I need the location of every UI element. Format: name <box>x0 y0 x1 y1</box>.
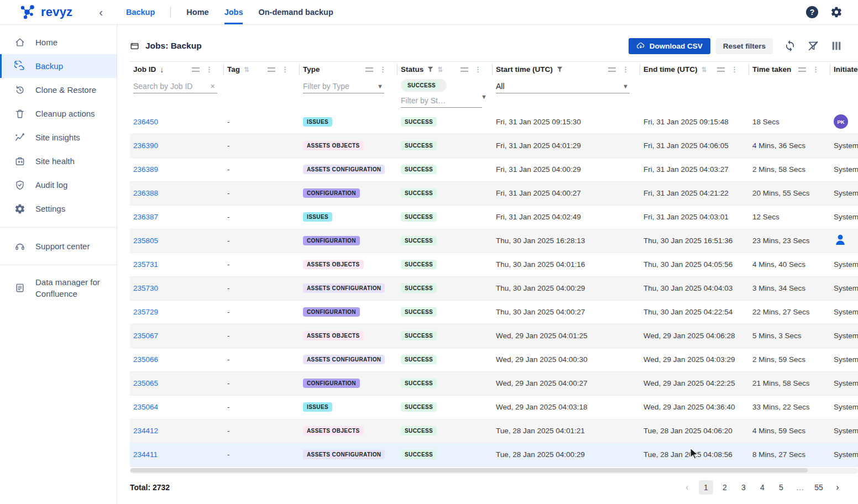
column-menu-icon[interactable]: ⋮ <box>379 66 386 73</box>
tab-jobs[interactable]: Jobs <box>224 0 243 24</box>
page-button-1[interactable]: 1 <box>699 480 713 495</box>
job-id-link[interactable]: 234412 <box>133 427 158 435</box>
table-row[interactable]: 235064 - ISSUES SUCCESS Wed, 29 Jan 2025… <box>130 395 858 419</box>
download-csv-button[interactable]: Download CSV <box>629 38 710 54</box>
page-button-2[interactable]: 2 <box>718 480 732 495</box>
column-header-type[interactable]: Type ⋮ <box>300 62 397 77</box>
table-row[interactable]: 236390 - ASSETS OBJECTS SUCCESS Fri, 31 … <box>130 134 858 158</box>
job-id-link[interactable]: 235065 <box>133 379 158 387</box>
nav-backup-link[interactable]: Backup <box>126 0 155 24</box>
column-header-start-time[interactable]: Start time (UTC) ⋮ <box>493 62 640 77</box>
initiator-avatar[interactable]: PK <box>834 114 848 129</box>
type-filter-dropdown[interactable]: Filter by Type ▼ <box>303 79 384 93</box>
sort-icon[interactable]: ⇅ <box>244 66 249 74</box>
column-menu-icon[interactable]: ⋮ <box>474 66 482 73</box>
column-header-time-taken[interactable]: Time taken ⋮ <box>749 62 830 77</box>
column-drag-handle[interactable] <box>608 67 616 72</box>
tab-on-demand-backup[interactable]: On-demand backup <box>258 0 333 24</box>
column-menu-icon[interactable]: ⋮ <box>812 66 819 73</box>
column-menu-icon[interactable]: ⋮ <box>206 66 213 73</box>
tab-home[interactable]: Home <box>186 0 208 24</box>
column-menu-icon[interactable]: ⋮ <box>281 66 289 73</box>
table-row[interactable]: 235067 - ASSETS OBJECTS SUCCESS Wed, 29 … <box>130 324 858 348</box>
page-button-5[interactable]: 5 <box>774 480 788 495</box>
column-drag-handle[interactable] <box>461 67 468 72</box>
column-drag-handle[interactable] <box>268 67 275 72</box>
table-row[interactable]: 236389 - ASSETS CONFIGURATION SUCCESS Fr… <box>130 158 858 181</box>
chevron-down-icon[interactable]: ▼ <box>621 83 630 90</box>
column-drag-handle[interactable] <box>192 67 200 72</box>
table-row[interactable]: 235066 - ASSETS CONFIGURATION SUCCESS We… <box>130 348 858 371</box>
job-id-link[interactable]: 235067 <box>133 332 158 340</box>
page-button-4[interactable]: 4 <box>755 480 770 495</box>
sidebar-item-cleanup-actions[interactable]: Cleanup actions <box>0 102 117 125</box>
sort-icon[interactable]: ⇅ <box>437 66 443 74</box>
sidebar-item-audit-log[interactable]: Audit log <box>0 173 117 197</box>
page-button-55[interactable]: 55 <box>812 480 826 495</box>
sidebar-item-support-center[interactable]: Support center <box>0 234 117 258</box>
column-drag-handle[interactable] <box>798 67 806 72</box>
sidebar-collapse-button[interactable]: ‹ <box>99 0 103 24</box>
table-row[interactable]: 235065 - CONFIGURATION SUCCESS Wed, 29 J… <box>130 371 858 395</box>
job-id-link[interactable]: 236450 <box>133 118 158 126</box>
column-header-tag[interactable]: Tag⇅ ⋮ <box>224 62 300 77</box>
job-id-link[interactable]: 235729 <box>133 308 158 316</box>
sidebar-item-site-health[interactable]: Site health <box>0 149 117 173</box>
column-drag-handle[interactable] <box>365 67 373 72</box>
job-id-link[interactable]: 234411 <box>133 450 158 459</box>
table-row[interactable]: 234411 - ASSETS CONFIGURATION SUCCESS Tu… <box>130 443 858 466</box>
reset-filters-button[interactable]: Reset filters <box>716 38 773 54</box>
sidebar-item-home[interactable]: Home <box>0 30 117 54</box>
column-header-end-time[interactable]: End time (UTC)⇅ ⋮ <box>640 62 749 77</box>
horizontal-scrollbar[interactable] <box>130 468 858 474</box>
help-icon[interactable]: ? <box>806 6 818 18</box>
status-filter-chip[interactable]: SUCCESS <box>401 79 447 92</box>
chevron-down-icon[interactable]: ▼ <box>376 83 384 90</box>
table-row[interactable]: 235731 - ASSETS OBJECTS SUCCESS Thu, 30 … <box>130 253 858 276</box>
sidebar-item-site-insights[interactable]: Site insights <box>0 125 117 149</box>
refresh-icon[interactable] <box>784 40 796 52</box>
clear-icon[interactable]: × <box>208 81 217 91</box>
column-header-initiated-by[interactable]: Initiated by <box>830 62 858 77</box>
status-filter-input[interactable]: Filter by St… <box>401 93 482 108</box>
sidebar-item-clone-restore[interactable]: Clone & Restore <box>0 78 117 102</box>
table-row[interactable]: 236387 - ISSUES SUCCESS Fri, 31 Jan 2025… <box>130 205 858 229</box>
column-drag-handle[interactable] <box>717 67 725 72</box>
filter-funnel-icon[interactable] <box>557 66 563 72</box>
table-row[interactable]: 235805 - CONFIGURATION SUCCESS Thu, 30 J… <box>130 229 858 253</box>
start-time-filter-dropdown[interactable]: All ▼ <box>496 79 630 93</box>
table-row[interactable]: 236450 - ISSUES SUCCESS Fri, 31 Jan 2025… <box>130 110 858 134</box>
column-header-status[interactable]: Status ⇅ ⋮ <box>397 62 493 77</box>
table-row[interactable]: 234412 - ASSETS OBJECTS SUCCESS Tue, 28 … <box>130 419 858 443</box>
table-row[interactable]: 236388 - CONFIGURATION SUCCESS Fri, 31 J… <box>130 181 858 205</box>
revyz-logo[interactable]: revyz <box>19 0 72 24</box>
columns-icon[interactable] <box>830 40 843 52</box>
job-id-link[interactable]: 235731 <box>133 260 158 269</box>
filter-off-icon[interactable] <box>807 40 819 52</box>
next-page-button[interactable]: › <box>830 480 845 495</box>
filter-funnel-icon[interactable] <box>427 66 433 72</box>
scrollbar-thumb[interactable] <box>130 468 808 473</box>
job-id-link[interactable]: 236390 <box>133 141 158 150</box>
job-id-filter-input[interactable]: Search by Job ID × <box>133 79 217 93</box>
column-menu-icon[interactable]: ⋮ <box>731 66 738 73</box>
user-icon[interactable] <box>834 233 847 246</box>
previous-page-button[interactable]: ‹ <box>680 480 694 495</box>
job-id-link[interactable]: 236387 <box>133 213 158 221</box>
column-menu-icon[interactable]: ⋮ <box>622 66 629 73</box>
table-row[interactable]: 235730 - ASSETS CONFIGURATION SUCCESS Th… <box>130 276 858 300</box>
sidebar-item-settings[interactable]: Settings <box>0 197 117 221</box>
sidebar-item-data-manager[interactable]: Data manager for Confluence <box>0 272 117 304</box>
job-id-link[interactable]: 236388 <box>133 189 158 197</box>
job-id-link[interactable]: 235805 <box>133 237 158 245</box>
sidebar-item-backup[interactable]: Backup <box>0 54 117 78</box>
sort-descending-icon[interactable]: ↓ <box>160 65 164 74</box>
job-id-link[interactable]: 235730 <box>133 284 158 292</box>
sort-icon[interactable]: ⇅ <box>702 66 707 74</box>
job-id-link[interactable]: 236389 <box>133 165 158 174</box>
page-button-3[interactable]: 3 <box>736 480 751 495</box>
job-id-link[interactable]: 235064 <box>133 403 158 411</box>
column-header-job-id[interactable]: Job ID↓ ⋮ <box>130 62 224 77</box>
table-row[interactable]: 235729 - CONFIGURATION SUCCESS Thu, 30 J… <box>130 300 858 324</box>
settings-gear-icon[interactable] <box>830 6 843 18</box>
